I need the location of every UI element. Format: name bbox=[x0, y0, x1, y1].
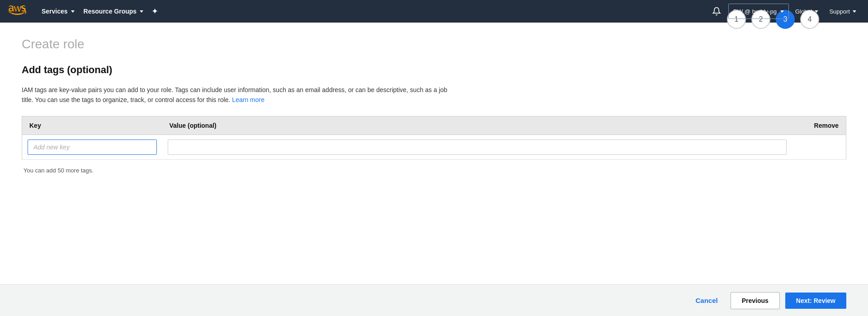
account-label: RW @ buddy-pg bbox=[733, 8, 777, 15]
global-chevron-icon bbox=[815, 10, 818, 13]
table-header: Key Value (optional) Remove bbox=[22, 116, 846, 135]
bell-icon bbox=[712, 7, 721, 16]
tags-table: Key Value (optional) Remove bbox=[22, 116, 846, 160]
key-cell bbox=[22, 135, 162, 159]
notifications-button[interactable] bbox=[707, 0, 726, 23]
navbar: Services Resource Groups ✦ RW @ buddy-pg… bbox=[0, 0, 868, 23]
learn-more-link[interactable]: Learn more bbox=[232, 96, 264, 103]
support-label: Support bbox=[829, 8, 850, 15]
account-chevron-icon bbox=[780, 10, 784, 13]
key-input[interactable] bbox=[28, 139, 157, 155]
support-button[interactable]: Support bbox=[825, 0, 861, 23]
description-part2: title. You can use the tags to organize,… bbox=[22, 96, 230, 103]
value-input[interactable] bbox=[168, 139, 787, 155]
col-value-header: Value (optional) bbox=[162, 116, 792, 135]
aws-logo bbox=[7, 5, 30, 18]
account-button[interactable]: RW @ buddy-pg bbox=[728, 4, 789, 19]
resource-groups-button[interactable]: Resource Groups bbox=[79, 0, 148, 23]
table-body bbox=[22, 135, 846, 159]
description-text: IAM tags are key-value pairs you can add… bbox=[22, 85, 609, 105]
col-key-header: Key bbox=[22, 116, 162, 135]
aws-logo-container bbox=[7, 5, 30, 18]
services-label: Services bbox=[42, 8, 68, 15]
global-button[interactable]: Global bbox=[791, 0, 823, 23]
services-button[interactable]: Services bbox=[37, 0, 79, 23]
col-remove-header: Remove bbox=[792, 116, 846, 135]
table-row bbox=[22, 135, 846, 159]
resource-groups-chevron-icon bbox=[140, 10, 143, 13]
tags-note: You can add 50 more tags. bbox=[22, 167, 846, 174]
pin-button[interactable]: ✦ bbox=[148, 0, 162, 23]
global-label: Global bbox=[795, 8, 812, 15]
section-title: Add tags (optional) bbox=[22, 64, 846, 76]
remove-cell bbox=[792, 135, 846, 159]
main-content: 1 2 3 4 Create role Add tags (optional) … bbox=[0, 23, 868, 284]
support-chevron-icon bbox=[853, 10, 856, 13]
services-chevron-icon bbox=[71, 10, 75, 13]
value-cell bbox=[162, 135, 792, 159]
description-part1: IAM tags are key-value pairs you can add… bbox=[22, 86, 447, 93]
nav-right: RW @ buddy-pg Global Support bbox=[707, 0, 861, 23]
resource-groups-label: Resource Groups bbox=[84, 8, 137, 15]
page-title: Create role bbox=[22, 37, 846, 51]
